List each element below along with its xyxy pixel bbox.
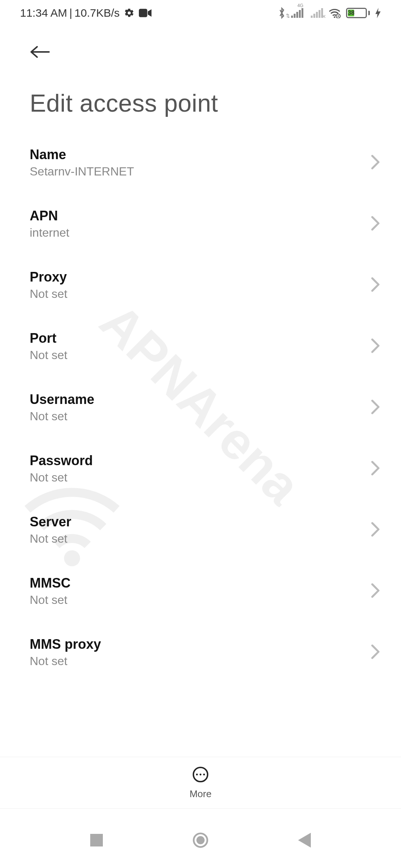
signal-sim1-icon: 4G ⇅ — [291, 8, 303, 18]
more-icon — [192, 766, 209, 785]
chevron-right-icon — [371, 216, 380, 233]
svg-rect-8 — [90, 834, 103, 846]
status-data-rate: 10.7KB/s — [75, 7, 120, 19]
status-bar: 11:34 AM | 10.7KB/s 4G ⇅ ✕ 38 — [0, 0, 401, 26]
setting-value: Not set — [30, 410, 94, 423]
setting-label: Proxy — [30, 269, 67, 285]
chevron-right-icon — [371, 338, 380, 355]
bluetooth-icon — [278, 7, 286, 19]
chevron-right-icon — [371, 460, 380, 477]
setting-value: Not set — [30, 471, 93, 484]
setting-label: Server — [30, 514, 71, 530]
chevron-right-icon — [371, 583, 380, 600]
battery-icon: 38 — [346, 8, 370, 18]
nav-recent-button[interactable] — [85, 829, 108, 851]
setting-value: Not set — [30, 348, 67, 362]
setting-value: Not set — [30, 593, 71, 607]
svg-point-10 — [196, 836, 205, 844]
charging-bolt-icon — [375, 8, 381, 18]
setting-label: APN — [30, 208, 69, 224]
more-label: More — [189, 788, 211, 800]
more-button[interactable]: More — [189, 766, 211, 800]
nav-back-button[interactable] — [293, 829, 316, 851]
setting-label: Port — [30, 331, 67, 346]
nav-home-button[interactable] — [189, 829, 212, 851]
setting-row-mmsc[interactable]: MMSC Not set — [0, 560, 401, 622]
chevron-right-icon — [371, 522, 380, 539]
wifi-icon — [328, 8, 341, 18]
battery-percentage: 38 — [348, 10, 354, 16]
setting-row-apn[interactable]: APN internet — [0, 193, 401, 254]
status-separator: | — [69, 7, 72, 19]
setting-value: Not set — [30, 532, 71, 546]
chevron-right-icon — [371, 277, 380, 294]
setting-label: Username — [30, 392, 94, 407]
header — [0, 26, 401, 67]
setting-label: MMSC — [30, 575, 71, 591]
setting-row-username[interactable]: Username Not set — [0, 377, 401, 438]
setting-label: Password — [30, 453, 93, 468]
svg-point-7 — [203, 773, 205, 775]
video-camera-icon — [139, 9, 151, 17]
setting-row-password[interactable]: Password Not set — [0, 438, 401, 499]
back-button[interactable] — [30, 41, 52, 63]
setting-row-server[interactable]: Server Not set — [0, 499, 401, 560]
setting-value: Setarnv-INTERNET — [30, 165, 134, 178]
setting-row-mms-proxy[interactable]: MMS proxy Not set — [0, 622, 401, 675]
chevron-right-icon — [371, 154, 380, 171]
settings-list: APNArena Name Setarnv-INTERNET APN inter… — [0, 132, 401, 675]
setting-label: Name — [30, 147, 134, 162]
setting-row-proxy[interactable]: Proxy Not set — [0, 254, 401, 316]
setting-value: internet — [30, 226, 69, 240]
setting-value: Not set — [30, 654, 101, 668]
setting-value: Not set — [30, 287, 67, 301]
svg-point-1 — [334, 16, 335, 18]
page-title: Edit access point — [0, 67, 401, 132]
network-type-label: 4G — [297, 3, 303, 8]
settings-gear-icon — [124, 8, 134, 18]
setting-row-port[interactable]: Port Not set — [0, 316, 401, 377]
svg-rect-0 — [139, 9, 147, 17]
system-nav-bar — [0, 812, 401, 868]
svg-point-6 — [200, 773, 202, 775]
status-left: 11:34 AM | 10.7KB/s — [20, 7, 151, 19]
status-time: 11:34 AM — [20, 7, 67, 19]
status-right: 4G ⇅ ✕ 38 — [278, 7, 381, 19]
bottom-action-bar: More — [0, 757, 401, 809]
setting-row-name[interactable]: Name Setarnv-INTERNET — [0, 132, 401, 193]
svg-point-5 — [196, 773, 198, 775]
chevron-right-icon — [371, 644, 380, 661]
signal-sim2-icon: ✕ — [311, 8, 323, 18]
chevron-right-icon — [371, 399, 380, 416]
setting-label: MMS proxy — [30, 637, 101, 652]
